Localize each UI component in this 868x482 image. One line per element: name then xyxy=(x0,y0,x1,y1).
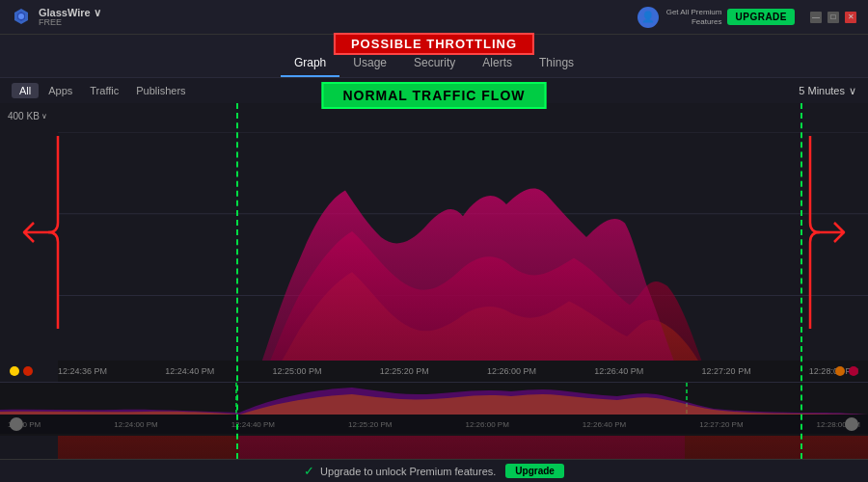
close-button[interactable]: ✕ xyxy=(845,12,856,23)
window-controls: — □ ✕ xyxy=(810,12,856,23)
app-name-version: GlassWire ∨ FREE xyxy=(39,7,101,28)
legend-dot-yellow xyxy=(10,366,19,376)
mini-time-axis: 12:20 PM 12:24:00 PM 12:24:40 PM 12:25:2… xyxy=(0,415,868,434)
green-dashed-line-left xyxy=(236,103,238,459)
mini-chart-svg xyxy=(0,383,868,415)
mini-time-label-4: 12:26:00 PM xyxy=(465,420,508,429)
chevron-down-icon: ∨ xyxy=(849,85,856,97)
mini-time-label-1: 12:24:00 PM xyxy=(114,420,157,429)
upgrade-bar: ✓ Upgrade to unlock Premium features. Up… xyxy=(0,459,868,482)
upgrade-button[interactable]: UPGRADE xyxy=(727,9,795,25)
legend-dot-orange xyxy=(835,366,845,376)
app-name[interactable]: GlassWire ∨ xyxy=(39,7,101,18)
mini-time-label-6: 12:27:20 PM xyxy=(699,420,743,429)
nav-tabs: POSSIBLE THROTTLING Graph Usage Security… xyxy=(0,35,868,78)
mini-time-label-3: 12:25:20 PM xyxy=(348,420,392,429)
filter-apps[interactable]: Apps xyxy=(41,83,80,98)
check-icon: ✓ xyxy=(304,464,314,478)
title-bar: GlassWire ∨ FREE 👤 Get All Premium Featu… xyxy=(0,0,868,35)
red-bracket-right-icon xyxy=(800,126,858,338)
time-selector[interactable]: 5 Minutes ∨ xyxy=(799,85,856,97)
upgrade-bar-text: ✓ Upgrade to unlock Premium features. xyxy=(304,464,496,478)
red-bracket-left-icon xyxy=(10,126,68,338)
time-label-2: 12:25:00 PM xyxy=(273,366,322,376)
time-label-3: 12:25:20 PM xyxy=(380,366,429,376)
maximize-button[interactable]: □ xyxy=(827,12,839,23)
filter-bar: All Apps Traffic Publishers NORMAL TRAFF… xyxy=(0,78,868,103)
time-axis-main: 12:24:36 PM 12:24:40 PM 12:25:00 PM 12:2… xyxy=(58,361,868,382)
filter-traffic[interactable]: Traffic xyxy=(82,83,126,98)
mini-chart: 12:20 PM 12:24:00 PM 12:24:40 PM 12:25:2… xyxy=(0,382,868,436)
tab-things[interactable]: Things xyxy=(526,50,587,77)
title-bar-left: GlassWire ∨ FREE xyxy=(12,7,101,28)
svg-point-2 xyxy=(18,13,24,19)
throttling-banner: POSSIBLE THROTTLING xyxy=(334,33,534,55)
user-avatar: 👤 xyxy=(637,7,659,28)
filter-all[interactable]: All xyxy=(12,83,39,98)
time-label-4: 12:26:00 PM xyxy=(487,366,536,376)
tab-graph[interactable]: Graph xyxy=(281,50,339,77)
legend-dots-left xyxy=(10,366,33,376)
y-axis-label: 400 KB ∨ xyxy=(8,111,47,121)
time-label-0: 12:24:36 PM xyxy=(58,366,107,376)
chart-area: 400 KB ∨ xyxy=(0,103,868,459)
legend-dots-right xyxy=(835,366,858,376)
time-label-6: 12:27:20 PM xyxy=(702,366,751,376)
time-label-1: 12:24:40 PM xyxy=(165,366,214,376)
mini-time-label-5: 12:26:40 PM xyxy=(583,420,626,429)
legend-dot-red xyxy=(23,366,33,376)
title-bar-right: 👤 Get All Premium Features UPGRADE — □ ✕ xyxy=(637,7,856,28)
y-axis-chevron-icon: ∨ xyxy=(41,112,47,120)
app-tier: FREE xyxy=(39,18,101,28)
upgrade-bar-button[interactable]: Upgrade xyxy=(505,464,564,478)
scroll-handle-left[interactable] xyxy=(10,417,23,431)
red-bracket-right xyxy=(800,126,858,342)
legend-dot-maroon xyxy=(849,366,858,376)
time-label-5: 12:26:40 PM xyxy=(594,366,643,376)
premium-features-text: Get All Premium Features xyxy=(666,8,722,26)
minimize-button[interactable]: — xyxy=(810,12,822,23)
app-logo xyxy=(12,7,31,26)
filter-buttons: All Apps Traffic Publishers xyxy=(12,83,194,98)
red-bracket-left xyxy=(10,126,68,342)
filter-publishers[interactable]: Publishers xyxy=(128,83,193,98)
scroll-handle-right[interactable] xyxy=(845,417,858,431)
app-window: GlassWire ∨ FREE 👤 Get All Premium Featu… xyxy=(0,0,868,482)
premium-section: Get All Premium Features UPGRADE xyxy=(666,8,795,26)
normal-traffic-banner: NORMAL TRAFFIC FLOW xyxy=(321,82,546,109)
glasswire-logo-icon xyxy=(13,8,30,25)
